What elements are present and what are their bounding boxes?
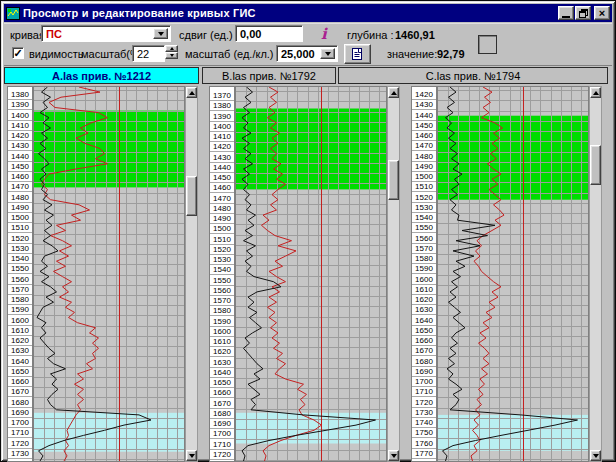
scrollbar-thumb[interactable] xyxy=(388,160,399,200)
depth-label: 1530 xyxy=(8,244,32,254)
tab-c-las[interactable]: C.las прив. №1794 xyxy=(338,67,608,84)
app-icon xyxy=(6,7,20,20)
title-bar[interactable]: Просмотр и редактирование кривых ГИС × xyxy=(4,4,612,22)
depth-label: 1440 xyxy=(8,152,32,162)
depth-label: 1720 xyxy=(412,398,436,408)
scale-pct-spinner[interactable] xyxy=(165,45,178,59)
copy-page-icon xyxy=(350,47,365,61)
scale-unit-value: 25,000 xyxy=(281,48,315,60)
depth-label: 1500 xyxy=(210,224,234,234)
scale-pct-input[interactable]: 22 xyxy=(132,45,165,62)
scroll-down-button[interactable] xyxy=(186,450,197,461)
scroll-down-button[interactable] xyxy=(388,450,399,461)
visibility-checkbox[interactable]: ✓ xyxy=(12,47,24,59)
depth-label: 1530 xyxy=(412,203,436,213)
scroll-up-button[interactable] xyxy=(186,87,197,98)
depth-label: 1540 xyxy=(412,213,436,223)
depth-label: 1370 xyxy=(210,91,234,101)
depth-label: 1700 xyxy=(210,429,234,439)
depth-label: 1560 xyxy=(210,286,234,296)
depth-label: 1710 xyxy=(210,440,234,450)
arrow-down-icon xyxy=(391,454,397,458)
scale-unit-label: масштаб (ед./кл.) xyxy=(185,48,274,60)
depth-label: 1570 xyxy=(8,285,32,295)
value-label: значение: xyxy=(387,48,437,60)
vertical-scrollbar[interactable] xyxy=(589,86,602,462)
depth-label: 1550 xyxy=(412,223,436,233)
empty-square-button[interactable] xyxy=(478,35,497,54)
log-plot[interactable] xyxy=(33,86,185,462)
depth-label: 1560 xyxy=(8,275,32,285)
depth-label: 1430 xyxy=(412,100,436,110)
scale-dropdown-button[interactable] xyxy=(320,48,335,59)
copy-curve-button[interactable] xyxy=(344,44,371,64)
depth-label: 1670 xyxy=(210,399,234,409)
restore-button[interactable] xyxy=(575,6,591,20)
depth-label: 1610 xyxy=(412,285,436,295)
log-plot[interactable] xyxy=(235,86,387,462)
scrollbar-thumb[interactable] xyxy=(186,176,197,216)
depth-label: 1620 xyxy=(210,347,234,357)
depth-label: 1480 xyxy=(412,152,436,162)
depth-label: 1680 xyxy=(412,357,436,367)
curve-dropdown-button[interactable] xyxy=(153,28,168,39)
arrow-up-icon xyxy=(170,47,174,50)
depth-label: 1620 xyxy=(412,295,436,305)
depth-label: 1550 xyxy=(8,264,32,274)
vertical-scrollbar[interactable] xyxy=(387,86,400,462)
depth-label: 1610 xyxy=(8,326,32,336)
scroll-up-button[interactable] xyxy=(388,87,399,98)
scrollbar-thumb[interactable] xyxy=(590,145,601,185)
depth-label: 1610 xyxy=(210,337,234,347)
depth-ruler: 1420143014401450146014701480149015001510… xyxy=(411,86,437,462)
log-panel-b: 1370138013901400141014201430144014501460… xyxy=(209,86,400,462)
depth-label: 1520 xyxy=(8,234,32,244)
depth-label: 1490 xyxy=(8,203,32,213)
depth-label: 1450 xyxy=(412,121,436,131)
depth-label: 1580 xyxy=(412,254,436,264)
arrow-up-icon xyxy=(391,91,397,95)
spin-down-button[interactable] xyxy=(165,52,178,59)
vertical-scrollbar[interactable] xyxy=(185,86,198,462)
depth-label: 1480 xyxy=(210,204,234,214)
window-title: Просмотр и редактирование кривых ГИС xyxy=(23,7,555,19)
arrow-down-icon xyxy=(170,54,174,57)
scroll-up-button[interactable] xyxy=(590,87,601,98)
depth-label: 1410 xyxy=(8,121,32,131)
depth-label: 1720 xyxy=(8,439,32,449)
app-window: Просмотр и редактирование кривых ГИС × к… xyxy=(0,0,616,462)
tab-b-las[interactable]: B.las прив. №1792 xyxy=(202,67,336,84)
depth-label: 1560 xyxy=(412,234,436,244)
depth-label: 1490 xyxy=(412,162,436,172)
depth-label: 1590 xyxy=(8,305,32,315)
depth-label: 1500 xyxy=(8,213,32,223)
depth-label: 1530 xyxy=(210,255,234,265)
depth-label: 1510 xyxy=(8,223,32,233)
depth-label: 1720 xyxy=(210,450,234,460)
depth-label: 1510 xyxy=(412,182,436,192)
scroll-down-button[interactable] xyxy=(590,450,601,461)
check-icon: ✓ xyxy=(13,48,22,58)
chevron-down-icon xyxy=(158,32,164,36)
value-value: 92,79 xyxy=(437,48,465,60)
shift-input[interactable]: 0,00 xyxy=(235,25,303,42)
depth-label: 1650 xyxy=(8,367,32,377)
depth-label: 1700 xyxy=(8,418,32,428)
depth-label: 1510 xyxy=(210,235,234,245)
depth-label: 1440 xyxy=(210,163,234,173)
minimize-button[interactable] xyxy=(558,6,574,20)
depth-label: 1630 xyxy=(210,358,234,368)
depth-label: 1550 xyxy=(210,276,234,286)
scale-unit-combobox[interactable]: 25,000 xyxy=(276,45,338,62)
depth-ruler: 1370138013901400141014201430144014501460… xyxy=(209,86,235,462)
depth-label: 1580 xyxy=(210,306,234,316)
log-plot[interactable] xyxy=(437,86,589,462)
depth-label: 1650 xyxy=(210,378,234,388)
tab-a-las[interactable]: A.las прив. №1212 xyxy=(4,67,199,84)
depth-label: 1660 xyxy=(412,336,436,346)
depth-label: 1570 xyxy=(210,296,234,306)
depth-label: 1630 xyxy=(8,346,32,356)
close-button[interactable]: × xyxy=(594,6,610,20)
spin-up-button[interactable] xyxy=(165,45,178,52)
curve-combobox[interactable]: ПС xyxy=(41,25,171,42)
